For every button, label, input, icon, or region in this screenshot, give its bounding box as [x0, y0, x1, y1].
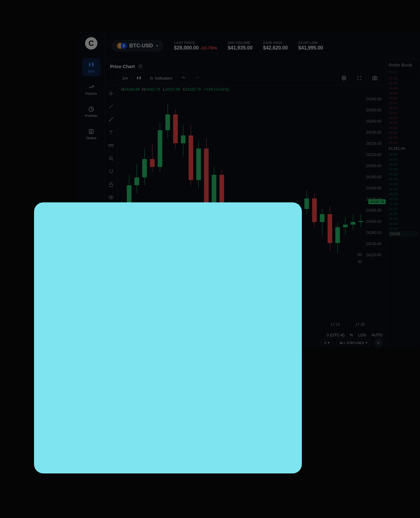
pair-label: BTC-USD	[129, 43, 153, 49]
undo-button[interactable]	[178, 73, 190, 83]
pair-selector[interactable]: ₿ $ BTC-USD ▾	[111, 40, 164, 52]
magnet-tool[interactable]	[107, 168, 115, 175]
log-button[interactable]: LOG	[358, 333, 366, 337]
sidebar-item-spot[interactable]: Spot	[82, 58, 100, 76]
trendline-tool[interactable]	[107, 103, 115, 110]
price-axis[interactable]: 24260.0024250.0024240.0024230.0024220.00…	[365, 93, 386, 261]
svg-rect-63	[328, 214, 332, 243]
interval-button[interactable]: 1m	[119, 73, 131, 83]
orderbook-ask-row[interactable]: 24162	[388, 135, 418, 140]
orderbook-bid-row[interactable]: 24158	[388, 221, 418, 226]
ohlc-readout: O24160.89 H24162.78 L24157.56 C24162.78 …	[121, 87, 229, 92]
sidebar-item-orders[interactable]: Orders	[82, 125, 100, 143]
svg-rect-65	[335, 227, 340, 243]
price-tick: 24190.00	[365, 171, 386, 183]
settings-button[interactable]	[338, 73, 350, 83]
svg-rect-23	[173, 114, 178, 143]
orderbook-bid-row[interactable]: 24160	[388, 177, 418, 182]
orderbook-bid-row[interactable]: 24159	[388, 182, 418, 187]
orderbook-bid-row[interactable]: 24160	[388, 152, 418, 157]
chart-header: Price Chart ?	[105, 59, 386, 71]
orderbook-bid-row[interactable]: 24160	[388, 172, 418, 177]
orderbook-title: Order Book	[388, 63, 418, 67]
orderbook-bid-row[interactable]: 24159	[388, 192, 418, 196]
sidebar-item-portfolio[interactable]: Portfolio	[82, 103, 100, 121]
orderbook-ask-row[interactable]: 24163	[388, 106, 418, 110]
stat-label: 24HR HIGH	[263, 41, 288, 45]
stat-label: 24 HR LOW	[298, 41, 323, 45]
eye-tool[interactable]	[107, 194, 115, 201]
sidebar-item-label: Futures	[85, 92, 97, 95]
usd-icon: $	[121, 43, 127, 49]
sidebar-item-label: Orders	[86, 136, 96, 140]
crosshair-tool[interactable]	[107, 90, 115, 97]
orderbook-ask-row[interactable]: 24163	[388, 110, 418, 115]
orderbook-ask-row[interactable]: 24163	[388, 115, 418, 120]
svg-rect-17	[150, 159, 155, 167]
price-tick: 24160.00	[365, 205, 386, 216]
filter-dropdown-1[interactable]: S▾	[321, 339, 333, 346]
svg-text:40: 40	[358, 260, 362, 264]
orderbook-ask-row[interactable]: 24162	[388, 140, 418, 145]
ruler-tool[interactable]	[107, 142, 115, 149]
stat-label: LAST PRICE	[174, 41, 217, 45]
orderbook-bid-row[interactable]: 24160	[388, 167, 418, 172]
list-icon	[88, 128, 95, 135]
orderbook-bid-row[interactable]: 24159	[388, 216, 418, 221]
lock-tool[interactable]	[107, 181, 115, 188]
orderbook-mid: 24,161.44	[388, 145, 418, 152]
orderbook-ask-row[interactable]: 24162	[388, 130, 418, 135]
svg-rect-21	[165, 114, 170, 130]
help-icon[interactable]: ?	[138, 64, 143, 69]
orderbook-bid-row[interactable]: 24159	[388, 201, 418, 206]
timezone-button[interactable]: 0 (UTC-8)	[327, 333, 345, 337]
text-tool[interactable]	[107, 129, 115, 136]
sidebar-item-label: Spot	[88, 69, 95, 73]
svg-rect-67	[343, 225, 348, 227]
orderbook-ask-row[interactable]: 24162	[388, 125, 418, 130]
orderbook-bid-row[interactable]: 24158	[388, 226, 418, 231]
svg-rect-71	[358, 221, 363, 222]
chart-toolbar: 1m fx Indicators	[105, 71, 386, 85]
brush-tool[interactable]	[107, 116, 115, 123]
percent-button[interactable]: %	[349, 333, 353, 337]
zoom-tool[interactable]	[107, 155, 115, 162]
orderbook-ask-row[interactable]: 24163	[388, 101, 418, 106]
orderbook-ask-row[interactable]: 24163	[388, 120, 418, 125]
overlay-card[interactable]	[34, 202, 302, 473]
orderbook-bid-row[interactable]: 24159	[388, 211, 418, 216]
orderbook-bid-row[interactable]: 24159	[388, 206, 418, 211]
sidebar-item-futures[interactable]: Futures	[82, 80, 100, 98]
orderbook-ask-row[interactable]: 24164	[388, 91, 418, 96]
orderbook-ask-row[interactable]: 24165	[388, 81, 418, 86]
candle-style-button[interactable]	[133, 73, 145, 83]
svg-text:80: 80	[358, 253, 362, 257]
orderbook-ask-row[interactable]: 24164	[388, 96, 418, 101]
auto-button[interactable]: AUTO	[371, 333, 383, 337]
orderbook-bid-row[interactable]: 24159	[388, 196, 418, 201]
orderbook-bid-row[interactable]: 24160	[388, 162, 418, 167]
filter-statuses[interactable]: ALL STATUSES▾	[336, 339, 371, 346]
orderbook-bid-row[interactable]: 24159	[388, 187, 418, 192]
topbar: ₿ $ BTC-USD ▾ LAST PRICE$28,000.00-10.76…	[105, 32, 420, 59]
price-tick: 24130.00	[365, 238, 386, 249]
fullscreen-button[interactable]	[354, 73, 365, 83]
svg-rect-69	[351, 222, 355, 224]
price-tick: 24260.00	[365, 93, 386, 105]
indicators-button[interactable]: fx Indicators	[147, 73, 176, 83]
svg-rect-31	[204, 149, 209, 209]
logo[interactable]: C	[85, 37, 97, 50]
stat-value: $28,000.00-10.76%	[174, 45, 217, 51]
price-tick: 24250.00	[365, 105, 386, 116]
snapshot-button[interactable]	[369, 73, 381, 83]
orderbook-header: PRICE	[388, 71, 418, 74]
svg-point-7	[110, 197, 112, 198]
orderbook-ask-row[interactable]: 24165	[388, 76, 418, 81]
orderbook-ask-row[interactable]: 24164	[388, 86, 418, 91]
svg-rect-57	[304, 198, 309, 209]
stat-value: $41,995.00	[298, 45, 323, 51]
redo-button[interactable]	[191, 73, 203, 83]
chevron-down-icon: ▾	[328, 341, 330, 345]
orderbook-bid-row[interactable]: 24160	[388, 157, 418, 162]
collapse-button[interactable]	[374, 339, 383, 347]
